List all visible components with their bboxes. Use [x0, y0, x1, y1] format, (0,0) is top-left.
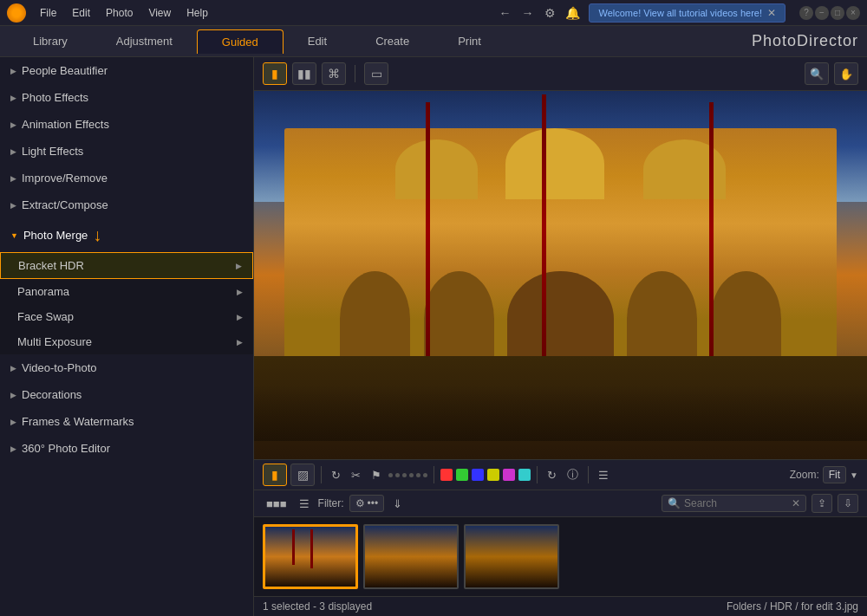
arrow-right-icon: ▶	[237, 288, 243, 296]
sidebar-item-people-beautifier[interactable]: ▶ People Beautifier	[0, 57, 253, 84]
refresh-button[interactable]: ↻	[544, 466, 560, 484]
status-selected-text: 1 selected - 3 displayed	[263, 600, 372, 613]
sort-filmstrip-button[interactable]: ⇓	[389, 496, 406, 512]
minimize-button[interactable]: −	[815, 6, 829, 20]
tab-create[interactable]: Create	[351, 29, 434, 53]
settings-icon[interactable]: ⚙	[540, 3, 559, 23]
arch	[711, 271, 781, 367]
arrow-icon: ▶	[10, 444, 16, 453]
tab-edit[interactable]: Edit	[284, 29, 351, 53]
menu-edit[interactable]: Edit	[65, 5, 97, 21]
compare-view-button[interactable]: ▭	[364, 62, 388, 85]
grid-view-button[interactable]: ⌘	[322, 62, 346, 85]
filmstrip-view-button[interactable]: ▮	[263, 464, 287, 486]
split-view-button[interactable]: ▮▮	[292, 62, 316, 85]
thumb-pole	[292, 529, 295, 565]
separator	[537, 466, 538, 483]
edit-toolbar: ▮ ▨ ↻ ✂ ⚑ ↻ ⓘ ☰	[254, 459, 867, 490]
arch	[424, 271, 494, 367]
tab-adjustment[interactable]: Adjustment	[92, 29, 197, 53]
sidebar-item-face-swap[interactable]: Face Swap ▶	[0, 304, 253, 329]
thumbnail-2[interactable]	[363, 524, 459, 589]
dot-4[interactable]	[409, 473, 414, 477]
welcome-close-button[interactable]: ✕	[767, 7, 776, 19]
arrow-right-icon: ▶	[237, 313, 243, 321]
info-button[interactable]: ⓘ	[564, 464, 582, 485]
thumbnail-1[interactable]	[263, 524, 358, 589]
maximize-button[interactable]: □	[831, 6, 844, 20]
search-box[interactable]: 🔍 ✕	[662, 495, 806, 512]
filmstrip-grid-button[interactable]: ■■■	[263, 496, 290, 512]
detail-view-button[interactable]: ▨	[290, 464, 315, 486]
filmstrip-list-button[interactable]: ☰	[296, 496, 313, 512]
sidebar-label-photo-merge: Photo Merge	[23, 229, 88, 242]
search-clear-button[interactable]: ✕	[792, 497, 800, 509]
title-bar: File Edit Photo View Help ← → ⚙ 🔔 Welcom…	[0, 0, 867, 26]
close-button[interactable]: ×	[846, 6, 860, 20]
menu-view[interactable]: View	[141, 5, 178, 21]
arrow-icon: ▶	[10, 364, 16, 373]
arch	[507, 271, 613, 367]
filter-dropdown-button[interactable]: ⚙ •••	[349, 495, 385, 512]
thumb-image-3	[466, 526, 557, 587]
color-blue[interactable]	[472, 469, 484, 481]
tab-bar: Library Adjustment Guided Edit Create Pr…	[0, 26, 867, 57]
crop-button[interactable]: ✂	[348, 466, 364, 484]
sidebar-item-bracket-hdr[interactable]: Bracket HDR ▶	[0, 252, 253, 279]
flag-button[interactable]: ⚑	[368, 466, 385, 484]
sidebar-item-improve-remove[interactable]: ▶ Improve/Remove	[0, 165, 253, 191]
tab-library[interactable]: Library	[9, 29, 92, 53]
sidebar-item-360-photo-editor[interactable]: ▶ 360° Photo Editor	[0, 435, 253, 462]
search-input[interactable]	[684, 497, 788, 509]
toolbar-icons: ← → ⚙ 🔔	[495, 3, 582, 23]
sidebar-item-video-to-photo[interactable]: ▶ Video-to-Photo	[0, 354, 253, 381]
arrow-icon: ▶	[10, 174, 16, 183]
dot-5[interactable]	[416, 473, 420, 477]
single-view-button[interactable]: ▮	[263, 62, 287, 85]
export-button[interactable]: ⇩	[838, 494, 858, 513]
dot-2[interactable]	[395, 473, 400, 477]
sidebar-item-multi-exposure[interactable]: Multi Exposure ▶	[0, 329, 253, 354]
menu-help[interactable]: Help	[179, 5, 215, 21]
color-red[interactable]	[440, 469, 453, 481]
rotate-button[interactable]: ↻	[328, 466, 344, 484]
sidebar-item-animation-effects[interactable]: ▶ Animation Effects	[0, 111, 253, 138]
zoom-select[interactable]: Fit	[823, 466, 846, 483]
sidebar-item-decorations[interactable]: ▶ Decorations	[0, 381, 253, 408]
sidebar-item-photo-merge[interactable]: ▼ Photo Merge ↓	[0, 218, 253, 252]
pole-3	[709, 102, 714, 360]
menu-photo[interactable]: Photo	[99, 5, 140, 21]
crowd	[254, 386, 867, 441]
help-button[interactable]: ?	[799, 6, 813, 20]
pan-button[interactable]: ✋	[834, 62, 858, 85]
magnifier-button[interactable]: 🔍	[805, 62, 829, 85]
sidebar-item-photo-effects[interactable]: ▶ Photo Effects	[0, 84, 253, 111]
color-yellow[interactable]	[487, 469, 499, 481]
sort-button[interactable]: ☰	[595, 466, 612, 484]
tab-print[interactable]: Print	[434, 29, 505, 53]
color-cyan[interactable]	[518, 469, 531, 481]
thumb-image-2	[365, 526, 457, 587]
redo-button[interactable]: →	[518, 3, 537, 23]
sidebar-item-panorama[interactable]: Panorama ▶	[0, 279, 253, 304]
dot-6[interactable]	[423, 473, 427, 477]
zoom-label: Zoom:	[790, 469, 819, 481]
import-button[interactable]: ⇪	[812, 494, 832, 513]
menu-file[interactable]: File	[33, 5, 63, 21]
color-green[interactable]	[456, 469, 468, 481]
window-controls: ? − □ ×	[799, 6, 860, 20]
sync-icon[interactable]: 🔔	[563, 3, 582, 23]
zoom-arrow-icon[interactable]: ▼	[850, 470, 858, 480]
view-toolbar: ▮ ▮▮ ⌘ ▭ 🔍 ✋	[254, 57, 867, 91]
sidebar-item-light-effects[interactable]: ▶ Light Effects	[0, 138, 253, 165]
undo-button[interactable]: ←	[495, 3, 514, 23]
tab-guided[interactable]: Guided	[197, 29, 284, 54]
sidebar-item-frames-watermarks[interactable]: ▶ Frames & Watermarks	[0, 408, 253, 435]
color-purple[interactable]	[503, 469, 515, 481]
sidebar-item-extract-compose[interactable]: ▶ Extract/Compose	[0, 191, 253, 218]
sidebar-label-face-swap: Face Swap	[17, 310, 74, 323]
dome-main	[505, 128, 605, 200]
dot-3[interactable]	[402, 473, 407, 477]
thumbnail-3[interactable]	[464, 524, 559, 589]
dot-1[interactable]	[388, 473, 393, 477]
